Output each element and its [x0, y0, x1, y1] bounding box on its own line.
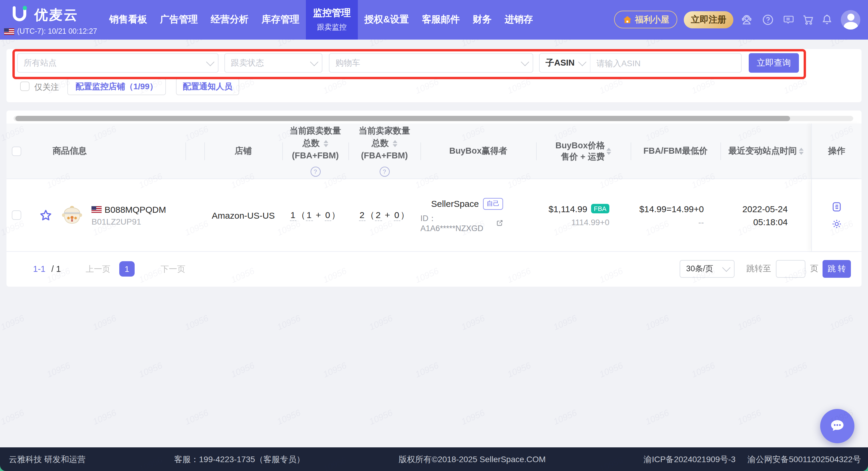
- footer-police-link[interactable]: 渝公网安备50011202504322号: [748, 454, 861, 465]
- customer-service-icon[interactable]: [740, 13, 753, 26]
- header-seller-count: 当前卖家数量 总数 (FBA+FBM) ?: [348, 123, 421, 178]
- chevron-down-icon: [206, 58, 214, 66]
- nav-item-authorization[interactable]: 授权&设置: [358, 0, 415, 39]
- lowest-price-detail: --: [698, 217, 704, 227]
- jump-page-input[interactable]: [776, 260, 805, 278]
- product-cell: B088MQPQDM B01LZ2UP91: [26, 179, 185, 251]
- config-notify-button[interactable]: 配置通知人员: [176, 78, 239, 95]
- header-seller-l1: 当前卖家数量: [359, 125, 410, 137]
- plus-sign: +: [316, 209, 322, 219]
- nav-item-purchase[interactable]: 进销存: [498, 0, 539, 39]
- external-link-icon[interactable]: [496, 219, 503, 227]
- page-number-button[interactable]: 1: [119, 261, 135, 276]
- cart-icon[interactable]: [802, 13, 814, 26]
- horizontal-scrollbar-track: [13, 116, 853, 121]
- footer-icp-link[interactable]: 渝ICP备2024021909号-3: [644, 454, 736, 465]
- nav-item-analysis[interactable]: 经营分析: [204, 0, 255, 39]
- page-size-select[interactable]: 30条/页: [680, 260, 735, 278]
- asin-value[interactable]: B088MQPQDM: [104, 204, 166, 214]
- header-buybox-winner: BuyBox赢得者: [421, 123, 536, 178]
- row-checkbox-cell: [6, 179, 26, 251]
- next-page-button[interactable]: 下一页: [161, 264, 185, 275]
- watermark-text: 10956: [0, 39, 26, 48]
- follow-fbm[interactable]: 0: [324, 209, 331, 221]
- sort-caret[interactable]: [799, 147, 803, 154]
- watermark-text: 10956: [368, 39, 394, 48]
- watermark-text: 10956: [368, 408, 394, 427]
- header-follow-l1: 当前跟卖数量: [290, 125, 341, 137]
- settings-gear-icon[interactable]: [831, 218, 842, 229]
- help-icon[interactable]: [762, 13, 774, 26]
- asin-type-select[interactable]: 子ASIN: [540, 54, 590, 72]
- seller-total[interactable]: 2: [359, 209, 366, 221]
- sort-caret[interactable]: [323, 140, 328, 147]
- brand[interactable]: 优麦云: [9, 5, 79, 25]
- header-follow-l2: 总数: [303, 138, 320, 149]
- change-clock: 05:18:04: [753, 216, 788, 227]
- help-circle-icon[interactable]: ?: [310, 167, 320, 177]
- welfare-label: 福利小屋: [635, 14, 669, 25]
- pagination-bar: 1-1 / 1 上一页 1 下一页 30条/页 跳转至 页 跳 转: [6, 252, 862, 287]
- seller-fbm[interactable]: 0: [394, 209, 400, 221]
- watermark-text: 10956: [644, 408, 671, 427]
- follow-status-select[interactable]: 跟卖状态: [224, 53, 322, 73]
- watermark-text: 10956: [137, 360, 164, 379]
- nav-item-monitor-active[interactable]: 监控管理 跟卖监控: [306, 0, 358, 39]
- config-monitor-shops-button[interactable]: 配置监控店铺（1/99）: [67, 78, 166, 95]
- pagination-range: 1-1: [33, 264, 45, 274]
- query-button[interactable]: 立即查询: [749, 53, 799, 73]
- shop-name: Amazon-US-US: [212, 210, 275, 220]
- nav-item-finance[interactable]: 财务: [466, 0, 498, 39]
- select-all-checkbox[interactable]: [11, 146, 21, 156]
- watermark-text: 10956: [183, 39, 210, 48]
- footer-company: 云雅科技 研发和运营: [9, 454, 86, 465]
- header-empty: [185, 123, 204, 178]
- table-header-row: 商品信息 店铺 当前跟卖数量 总数 (FBA+FBM) ? 当前卖家数量: [6, 123, 862, 179]
- asin-input[interactable]: [590, 58, 741, 68]
- seller-fba[interactable]: 2: [375, 209, 382, 221]
- chevron-down-icon: [578, 58, 586, 66]
- us-flag-icon: [92, 206, 101, 212]
- subnav-follow-monitor: 跟卖监控: [317, 23, 347, 32]
- paren-close: ）: [331, 209, 341, 219]
- nav-item-ads[interactable]: 广告管理: [154, 0, 204, 39]
- jump-to-label: 跳转至: [746, 264, 771, 274]
- welfare-house-button[interactable]: 福利小屋: [614, 11, 677, 28]
- product-image[interactable]: [60, 203, 85, 228]
- avatar-head: [847, 13, 854, 21]
- watermark-text: 10956: [368, 313, 394, 332]
- paren-close: ）: [400, 209, 410, 219]
- prev-page-button[interactable]: 上一页: [86, 264, 111, 275]
- watermark-text: 10956: [91, 313, 118, 332]
- watermark-text: 10956: [0, 313, 26, 332]
- nav-item-sales[interactable]: 销售看板: [103, 0, 154, 39]
- chat-fab-button[interactable]: [820, 409, 855, 443]
- nav-item-inventory[interactable]: 库存管理: [255, 0, 306, 39]
- help-circle-icon[interactable]: ?: [379, 167, 390, 177]
- site-select[interactable]: 所有站点: [17, 53, 218, 73]
- buybox-select[interactable]: 购物车: [329, 53, 533, 73]
- feedback-icon[interactable]: [782, 13, 795, 26]
- favorite-star-icon[interactable]: [39, 208, 53, 222]
- follow-fba[interactable]: 1: [306, 209, 313, 221]
- register-button[interactable]: 立即注册: [684, 11, 733, 28]
- sort-caret[interactable]: [392, 140, 397, 147]
- header-product: 商品信息: [26, 123, 185, 178]
- header-seller-l3: (FBA+FBM): [361, 150, 408, 161]
- row-checkbox[interactable]: [11, 210, 21, 220]
- only-follow-checkbox[interactable]: [20, 82, 30, 91]
- watermark-text: 10956: [229, 360, 256, 379]
- notification-bell-icon[interactable]: [821, 13, 833, 26]
- watermark-text: 10956: [460, 39, 486, 48]
- pagination-total: / 1: [51, 264, 61, 274]
- log-icon[interactable]: [831, 201, 842, 212]
- filter-panel: 所有站点 跟卖状态 购物车 子ASIN 立即查询 仅关注 配置监控店铺（1/99…: [6, 49, 862, 102]
- horizontal-scrollbar-thumb[interactable]: [16, 116, 790, 121]
- sort-caret[interactable]: [607, 147, 612, 154]
- watermark-text: 10956: [552, 39, 578, 48]
- follow-total[interactable]: 1: [290, 209, 297, 221]
- jump-button[interactable]: 跳 转: [823, 260, 851, 278]
- buybox-price-detail: 1114.99+0: [571, 217, 609, 227]
- user-avatar[interactable]: [841, 10, 860, 30]
- nav-item-mail[interactable]: 客服邮件: [415, 0, 466, 39]
